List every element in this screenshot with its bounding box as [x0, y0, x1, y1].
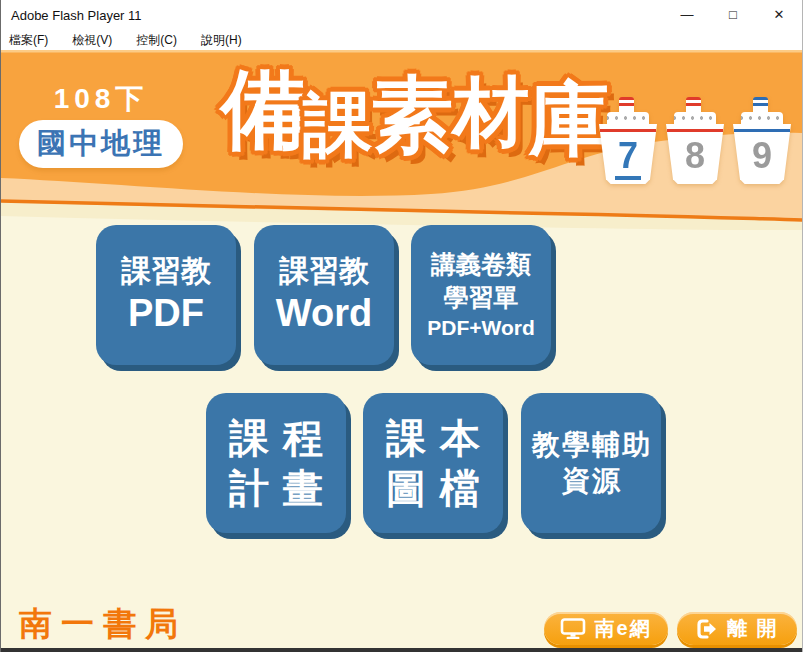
material-button-label: 資源: [560, 465, 622, 497]
grade-number: 7: [599, 136, 657, 180]
app-title-char: 材: [453, 74, 529, 150]
material-button-textbook-images[interactable]: 課本圖檔: [363, 393, 503, 533]
minimize-button[interactable]: —: [664, 0, 710, 30]
app-title-char: 課: [303, 90, 373, 160]
maximize-button[interactable]: □: [710, 0, 756, 30]
material-button-teaching-resources[interactable]: 教學輔助資源: [521, 393, 661, 533]
window-title: Adobe Flash Player 11: [11, 8, 142, 23]
boat-hull-icon: 7: [599, 124, 657, 184]
material-button-worksheets[interactable]: 講義卷類學習單PDF+Word: [411, 225, 551, 365]
grade-tab-8[interactable]: 8: [666, 95, 724, 187]
monitor-icon: [560, 618, 586, 640]
boat-hull-icon: 8: [666, 124, 724, 184]
boat-hull-icon: 9: [733, 124, 791, 184]
material-button-label: 圖檔: [372, 465, 494, 511]
boat-deck-icon: [607, 112, 649, 124]
close-button[interactable]: ✕: [756, 0, 802, 30]
semester-label: 108下: [19, 80, 183, 118]
menu-item-file[interactable]: 檔案(F): [9, 32, 48, 49]
material-button-label: Word: [276, 292, 372, 336]
nan-e-web-button[interactable]: 南e網: [544, 612, 668, 645]
boat-deck-icon: [674, 112, 716, 124]
app-title: 備課素材庫: [221, 66, 611, 160]
material-button-label: 教學輔助: [530, 429, 652, 461]
menu-item-view[interactable]: 檢視(V): [72, 32, 112, 49]
app-title-char: 庫: [529, 80, 609, 160]
material-button-curriculum-plan[interactable]: 課程計畫: [206, 393, 346, 533]
material-button-label: 計畫: [215, 465, 337, 511]
material-button-label: 課習教: [121, 254, 211, 289]
menu-item-help[interactable]: 說明(H): [201, 32, 242, 49]
flash-player-window: Adobe Flash Player 11 —□✕ 檔案(F)檢視(V)控制(C…: [0, 0, 803, 652]
menu-bar: 檔案(F)檢視(V)控制(C)說明(H): [1, 30, 802, 50]
grade-tab-9[interactable]: 9: [733, 95, 791, 187]
grade-number: 8: [666, 136, 724, 176]
window-titlebar[interactable]: Adobe Flash Player 11 —□✕: [1, 0, 802, 30]
material-button-label: 課程: [215, 415, 337, 461]
material-button-kexijiao-word[interactable]: 課習教Word: [254, 225, 394, 365]
menu-item-control[interactable]: 控制(C): [136, 32, 177, 49]
app-title-char: 備: [221, 66, 307, 152]
material-button-label: 講義卷類: [431, 250, 531, 279]
subject-pill: 國中地理: [19, 120, 183, 168]
material-button-label: 課習教: [279, 254, 369, 289]
publisher-logo: 南一書局: [19, 602, 187, 647]
exit-label: 離 開: [727, 615, 779, 642]
exit-icon: [695, 618, 719, 640]
grade-tab-7[interactable]: 7: [599, 95, 657, 187]
grade-number: 9: [733, 136, 791, 176]
window-controls: —□✕: [664, 0, 802, 30]
grade-tabs: 789: [599, 95, 799, 187]
app-title-char: 素: [371, 74, 453, 156]
material-button-label: PDF: [128, 292, 204, 336]
material-button-label: 學習單: [444, 283, 519, 312]
material-button-kexijiao-pdf[interactable]: 課習教PDF: [96, 225, 236, 365]
material-button-label: PDF+Word: [427, 316, 535, 340]
window-bottom-edge: [1, 648, 802, 652]
boat-deck-icon: [741, 112, 783, 124]
nan-e-web-label: 南e網: [594, 615, 651, 642]
header-banner: 108下 國中地理 備課素材庫 789: [1, 50, 803, 230]
material-button-label: 課本: [372, 415, 494, 461]
exit-button[interactable]: 離 開: [677, 612, 797, 645]
